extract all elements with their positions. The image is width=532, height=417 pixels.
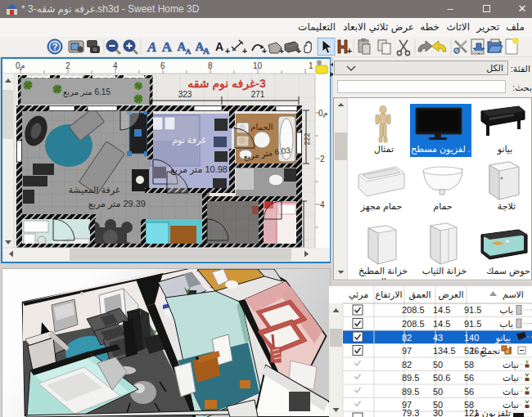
svg-text:4: 4 [113,61,118,70]
svg-text:غرفة المعيشة: غرفة المعيشة [68,185,119,195]
svg-text:58: 58 [464,360,474,370]
svg-text:271: 271 [251,90,265,99]
svg-text:97: 97 [402,346,412,356]
svg-text:30: 30 [433,408,443,417]
svg-text:م0: م0 [16,61,25,70]
svg-text:نبات: نبات [503,387,519,397]
svg-text:208.5: 208.5 [402,319,425,329]
svg-text:208.5: 208.5 [402,305,425,315]
svg-text:+: + [262,46,267,56]
svg-text:الحمام: الحمام [250,123,273,132]
svg-text:+: + [279,46,284,56]
svg-text:14.5: 14.5 [433,305,450,315]
svg-text:89.5: 89.5 [402,373,419,383]
svg-text:تجميع -1: تجميع -1 [470,346,500,356]
svg-text:82: 82 [402,360,412,370]
svg-text:10.98 متر مربع: 10.98 متر مربع [170,164,228,175]
svg-text:4: 4 [320,200,325,209]
svg-text:الارتفاع: الارتفاع [375,289,402,300]
svg-text:8: 8 [208,61,213,70]
svg-text:50: 50 [433,387,443,397]
svg-text:50.6: 50.6 [433,373,450,383]
svg-text:A: A [186,47,192,56]
svg-text:1: 1 [309,61,313,70]
svg-text:50: 50 [433,360,443,370]
svg-text:134.5: 134.5 [433,346,456,356]
svg-text:43: 43 [433,333,443,343]
svg-text:+: + [296,46,301,56]
svg-text:56: 56 [464,373,474,383]
svg-text:394: 394 [295,231,304,243]
svg-text:م0: م0 [318,109,328,118]
svg-text:91.5: 91.5 [464,319,481,329]
svg-text:79.3: 79.3 [402,408,419,417]
svg-text:تلفزيون م: تلفزيون م [474,408,511,417]
svg-text:323: 323 [178,90,192,99]
svg-text:89.5: 89.5 [402,387,419,397]
svg-text:2: 2 [65,61,70,70]
svg-text:A: A [162,39,173,55]
svg-text:+: + [347,46,352,56]
svg-text:6: 6 [160,61,165,70]
svg-text:91.5: 91.5 [464,305,481,315]
svg-text:مرئي: مرئي [349,289,368,300]
svg-text:العرض: العرض [438,289,463,300]
svg-text:6.15 متر مربع: 6.15 متر مربع [63,87,110,97]
svg-text:3-غرفه نوم شقه: 3-غرفه نوم شقه [187,77,266,91]
svg-text:56: 56 [464,387,474,397]
svg-text:باب: باب [499,319,513,329]
svg-text:غرفة نوم: غرفة نوم [172,135,206,146]
svg-text:باب: باب [499,305,513,315]
svg-text:29.39 متر مربع: 29.39 متر مربع [88,199,146,209]
svg-text:82: 82 [402,333,412,343]
svg-text:10: 10 [253,61,263,70]
svg-text:A: A [203,46,210,56]
svg-text:?: ? [52,42,58,52]
svg-text:140: 140 [464,333,479,343]
svg-text:الاسم: الاسم [503,289,524,300]
svg-text:A: A [215,40,223,53]
svg-text:A: A [147,39,156,55]
svg-text:نبات: نبات [503,373,519,383]
svg-text:بيانو: بيانو [495,333,511,343]
svg-text:14.5: 14.5 [433,319,450,329]
svg-text:العمق: العمق [408,289,431,301]
svg-text:+: + [242,46,247,56]
svg-text:2: 2 [320,155,325,164]
svg-text:+: + [225,46,230,56]
svg-text:نبات: نبات [503,360,519,370]
svg-text:222: 222 [303,132,311,145]
